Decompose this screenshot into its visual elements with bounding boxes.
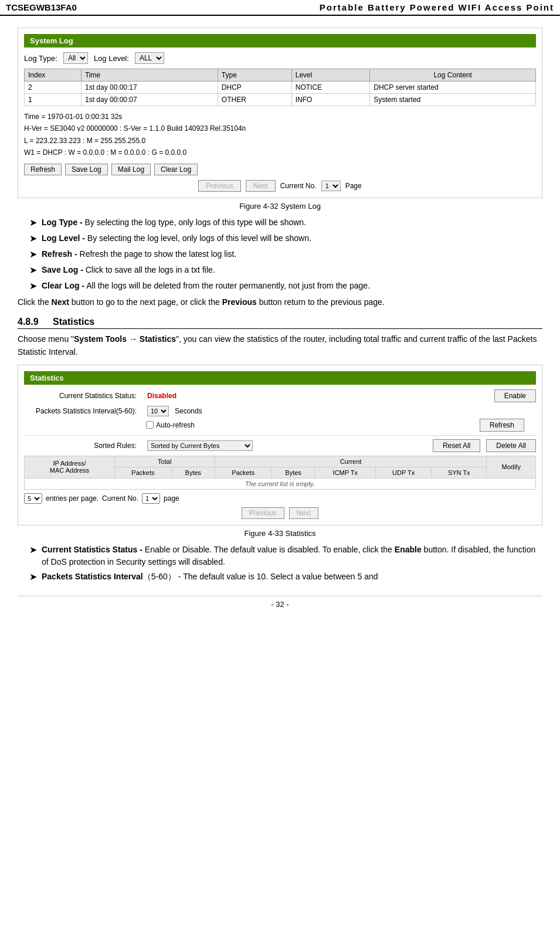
bullet-text-log-type: Log Type - By selecting the log type, on… xyxy=(42,216,306,229)
empty-text: The current list is empty. xyxy=(25,478,536,489)
section-489-num: 4.8.9 xyxy=(18,317,39,327)
info-line: W1 = DHCP : W = 0.0.0.0 : M = 0.0.0.0 : … xyxy=(24,147,536,158)
page-stats-label: page xyxy=(164,494,179,503)
log-level-label: Log Level: xyxy=(94,54,129,63)
col-time: Time xyxy=(81,69,218,82)
next-page-button[interactable]: Next xyxy=(246,180,276,192)
stats-data-table: IP Address/MAC Address Total Current Mod… xyxy=(24,456,536,490)
model-number: TCSEGWB13FA0 xyxy=(6,2,77,12)
reset-all-button[interactable]: Reset All xyxy=(433,439,480,452)
figure-32-caption: Figure 4-32 System Log xyxy=(18,202,542,211)
bullets-section-1: ➤ Log Type - By selecting the log type, … xyxy=(18,216,542,293)
log-pagination: Previous Next Current No. 1 Page xyxy=(24,180,536,192)
log-button-row: Refresh Save Log Mail Log Clear Log xyxy=(24,164,536,175)
figure-33-caption: Figure 4-33 Statistics xyxy=(18,529,542,538)
auto-refresh-label: Auto-refresh xyxy=(156,421,195,429)
bullet-clear-log: ➤ Clear Log - All the logs will be delet… xyxy=(29,280,542,293)
current-no-stats-label: Current No. xyxy=(102,494,138,503)
entries-label: entries per page. xyxy=(46,494,99,503)
info-line: H-Ver = SE3040 v2 00000000 : S-Ver = 1.1… xyxy=(24,123,536,134)
col-syn-tx: SYN Tx xyxy=(432,467,487,478)
col-level: Level xyxy=(291,69,370,82)
cell-level: INFO xyxy=(291,94,370,106)
page-header: TCSEGWB13FA0 Portable Battery Powered WI… xyxy=(0,0,560,16)
col-packets-total: Packets xyxy=(114,467,171,478)
col-content: Log Content xyxy=(370,69,536,82)
stats-pagination: Previous Next xyxy=(24,507,536,519)
packets-interval-label: Packets Statistics Interval(5-60): xyxy=(24,407,141,415)
stats-empty-row: The current list is empty. xyxy=(25,478,536,489)
clear-log-button[interactable]: Clear Log xyxy=(154,164,198,175)
bullet-log-type: ➤ Log Type - By selecting the log type, … xyxy=(29,216,542,230)
bullet-arrow-2: ➤ xyxy=(29,232,37,246)
cell-time: 1st day 00:00:07 xyxy=(81,94,218,106)
entries-row: 5 entries per page. Current No. 1 page xyxy=(24,493,536,504)
cell-time: 1st day 00:00:17 xyxy=(81,82,218,94)
cell-index: 2 xyxy=(25,82,82,94)
col-icmp-tx: ICMP Tx xyxy=(315,467,376,478)
log-info-block: Time = 1970-01-01 0:00:31 32sH-Ver = SE3… xyxy=(24,111,536,159)
bullet-packets-stats-interval: ➤ Packets Statistics Interval（5-60） - Th… xyxy=(29,571,542,584)
seconds-unit: Seconds xyxy=(175,407,202,415)
statistics-figure: Statistics Current Statistics Status: Di… xyxy=(18,365,542,525)
stats-page-select[interactable]: 1 xyxy=(142,493,160,504)
bullet-log-level: ➤ Log Level - By selecting the log level… xyxy=(29,232,542,246)
current-page-select[interactable]: 1 xyxy=(321,181,341,191)
log-table: Index Time Type Level Log Content 2 1st … xyxy=(24,69,536,106)
cell-level: NOTICE xyxy=(291,82,370,94)
delete-all-button[interactable]: Delete All xyxy=(486,439,536,452)
page-number: - 32 - xyxy=(271,600,289,609)
enable-button[interactable]: Enable xyxy=(494,389,536,402)
col-bytes-total: Bytes xyxy=(171,467,215,478)
bullet-current-stats-status: ➤ Current Statistics Status - Enable or … xyxy=(29,544,542,568)
sorted-rules-label: Sorted Rules: xyxy=(24,442,141,450)
page-label: Page xyxy=(345,182,362,190)
system-log-figure: System Log Log Type: All Log Level: ALL … xyxy=(18,28,542,198)
sorted-rules-select[interactable]: Sorted by Current Bytes xyxy=(147,440,253,451)
stats-intro-text: Choose menu "System Tools → Statistics",… xyxy=(18,333,542,359)
bullet-arrow-7: ➤ xyxy=(29,570,37,584)
log-type-label: Log Type: xyxy=(24,54,57,63)
log-filter-row: Log Type: All Log Level: ALL xyxy=(24,52,536,64)
next-prev-explanation: Click the Next button to go to the next … xyxy=(18,296,542,308)
bullet-text-refresh: Refresh - Refresh the page to show the l… xyxy=(42,248,236,260)
col-total-group: Total xyxy=(114,456,215,467)
log-type-select[interactable]: All xyxy=(63,52,88,64)
bullet-text-current-stats: Current Statistics Status - Enable or Di… xyxy=(42,544,542,568)
bullet-arrow-4: ➤ xyxy=(29,263,37,277)
col-udp-tx: UDP Tx xyxy=(376,467,432,478)
table-row: 1 1st day 00:00:07 OTHER INFO System sta… xyxy=(25,94,536,106)
cell-content: System started xyxy=(370,94,536,106)
col-bytes-current: Bytes xyxy=(271,467,315,478)
stats-next-button[interactable]: Next xyxy=(289,507,319,519)
col-ip-mac: IP Address/MAC Address xyxy=(25,456,115,478)
current-no-label: Current No. xyxy=(280,182,317,190)
current-status-value: Disabled xyxy=(147,392,177,400)
bullet-text-save-log: Save Log - Click to save all the logs in… xyxy=(42,264,215,276)
packets-interval-select[interactable]: 10 xyxy=(147,406,169,416)
bullet-text-log-level: Log Level - By selecting the log level, … xyxy=(42,232,311,245)
bullets-section-2: ➤ Current Statistics Status - Enable or … xyxy=(18,544,542,584)
save-log-button[interactable]: Save Log xyxy=(65,164,108,175)
col-packets-current: Packets xyxy=(215,467,271,478)
refresh-button[interactable]: Refresh xyxy=(24,164,62,175)
stats-refresh-button[interactable]: Refresh xyxy=(480,419,524,432)
stats-prev-button[interactable]: Previous xyxy=(242,507,284,519)
info-line: L = 223.22.33.223 : M = 255.255.255.0 xyxy=(24,135,536,147)
col-modify: Modify xyxy=(487,456,536,478)
entries-per-page-select[interactable]: 5 xyxy=(24,493,42,504)
bullet-arrow-5: ➤ xyxy=(29,279,37,293)
prev-page-button[interactable]: Previous xyxy=(198,180,241,192)
page-title: Portable Battery Powered WIFI Access Poi… xyxy=(320,2,554,12)
auto-refresh-checkbox[interactable] xyxy=(146,421,154,429)
system-log-panel-title: System Log xyxy=(24,34,536,48)
mail-log-button[interactable]: Mail Log xyxy=(111,164,151,175)
log-level-select[interactable]: ALL xyxy=(135,52,164,64)
bullet-arrow-1: ➤ xyxy=(29,216,37,230)
bullet-save-log: ➤ Save Log - Click to save all the logs … xyxy=(29,264,542,277)
current-status-label: Current Statistics Status: xyxy=(24,392,141,400)
info-line: Time = 1970-01-01 0:00:31 32s xyxy=(24,111,536,123)
col-type: Type xyxy=(218,69,291,82)
stats-data-table-wrap: IP Address/MAC Address Total Current Mod… xyxy=(24,456,536,490)
col-index: Index xyxy=(25,69,82,82)
